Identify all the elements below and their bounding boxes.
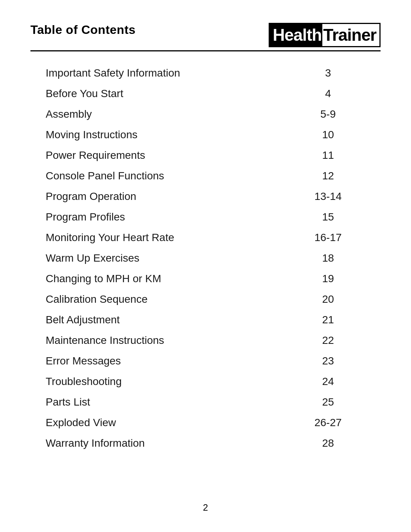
toc-entry-page: 4 bbox=[276, 83, 381, 104]
toc-entry-label: Changing to MPH or KM bbox=[30, 268, 276, 289]
header-row: Table of Contents Health Trainer bbox=[30, 23, 381, 47]
toc-entry-label: Troubleshooting bbox=[30, 371, 276, 392]
toc-row: Power Requirements11 bbox=[30, 145, 381, 166]
toc-entry-label: Warm Up Exercises bbox=[30, 248, 276, 268]
toc-entry-page: 21 bbox=[276, 310, 381, 330]
page-title: Table of Contents bbox=[30, 23, 135, 37]
logo-health-text: Health bbox=[270, 24, 322, 46]
toc-row: Console Panel Functions12 bbox=[30, 166, 381, 186]
toc-row: Important Safety Information3 bbox=[30, 63, 381, 83]
toc-entry-label: Important Safety Information bbox=[30, 63, 276, 83]
toc-entry-label: Monitoring Your Heart Rate bbox=[30, 227, 276, 248]
toc-entry-label: Error Messages bbox=[30, 351, 276, 371]
toc-row: Exploded View26-27 bbox=[30, 412, 381, 433]
toc-row: Assembly5-9 bbox=[30, 104, 381, 125]
toc-entry-page: 16-17 bbox=[276, 227, 381, 248]
toc-row: Moving Instructions10 bbox=[30, 125, 381, 145]
toc-row: Parts List25 bbox=[30, 392, 381, 412]
page-container: Table of Contents Health Trainer Importa… bbox=[0, 0, 411, 532]
toc-entry-page: 23 bbox=[276, 351, 381, 371]
toc-entry-page: 10 bbox=[276, 125, 381, 145]
toc-entry-label: Calibration Sequence bbox=[30, 289, 276, 310]
toc-entry-label: Console Panel Functions bbox=[30, 166, 276, 186]
toc-entry-label: Maintenance Instructions bbox=[30, 330, 276, 351]
toc-entry-page: 20 bbox=[276, 289, 381, 310]
toc-row: Maintenance Instructions22 bbox=[30, 330, 381, 351]
toc-entry-page: 19 bbox=[276, 268, 381, 289]
toc-table: Important Safety Information3Before You … bbox=[30, 63, 381, 454]
toc-entry-page: 22 bbox=[276, 330, 381, 351]
toc-entry-label: Parts List bbox=[30, 392, 276, 412]
toc-body: Important Safety Information3Before You … bbox=[30, 63, 381, 454]
toc-row: Program Operation13-14 bbox=[30, 186, 381, 207]
toc-row: Before You Start4 bbox=[30, 83, 381, 104]
toc-entry-label: Exploded View bbox=[30, 412, 276, 433]
page-number-footer: 2 bbox=[0, 502, 411, 513]
toc-entry-page: 24 bbox=[276, 371, 381, 392]
logo-trainer-text: Trainer bbox=[322, 24, 379, 46]
toc-row: Warranty Information28 bbox=[30, 433, 381, 454]
toc-entry-label: Program Operation bbox=[30, 186, 276, 207]
toc-entry-page: 26-27 bbox=[276, 412, 381, 433]
toc-entry-page: 13-14 bbox=[276, 186, 381, 207]
toc-row: Program Profiles15 bbox=[30, 207, 381, 227]
toc-row: Monitoring Your Heart Rate16-17 bbox=[30, 227, 381, 248]
toc-row: Belt Adjustment21 bbox=[30, 310, 381, 330]
toc-entry-label: Assembly bbox=[30, 104, 276, 125]
toc-entry-page: 11 bbox=[276, 145, 381, 166]
toc-entry-label: Warranty Information bbox=[30, 433, 276, 454]
toc-row: Warm Up Exercises18 bbox=[30, 248, 381, 268]
toc-entry-page: 12 bbox=[276, 166, 381, 186]
toc-row: Troubleshooting24 bbox=[30, 371, 381, 392]
header-divider bbox=[30, 50, 381, 51]
toc-entry-page: 28 bbox=[276, 433, 381, 454]
toc-row: Error Messages23 bbox=[30, 351, 381, 371]
toc-row: Changing to MPH or KM19 bbox=[30, 268, 381, 289]
toc-entry-label: Program Profiles bbox=[30, 207, 276, 227]
toc-entry-page: 25 bbox=[276, 392, 381, 412]
toc-entry-label: Belt Adjustment bbox=[30, 310, 276, 330]
toc-entry-label: Moving Instructions bbox=[30, 125, 276, 145]
toc-entry-page: 18 bbox=[276, 248, 381, 268]
toc-entry-page: 5-9 bbox=[276, 104, 381, 125]
toc-entry-page: 15 bbox=[276, 207, 381, 227]
toc-entry-label: Before You Start bbox=[30, 83, 276, 104]
toc-row: Calibration Sequence20 bbox=[30, 289, 381, 310]
brand-logo: Health Trainer bbox=[269, 23, 381, 47]
toc-entry-label: Power Requirements bbox=[30, 145, 276, 166]
toc-entry-page: 3 bbox=[276, 63, 381, 83]
